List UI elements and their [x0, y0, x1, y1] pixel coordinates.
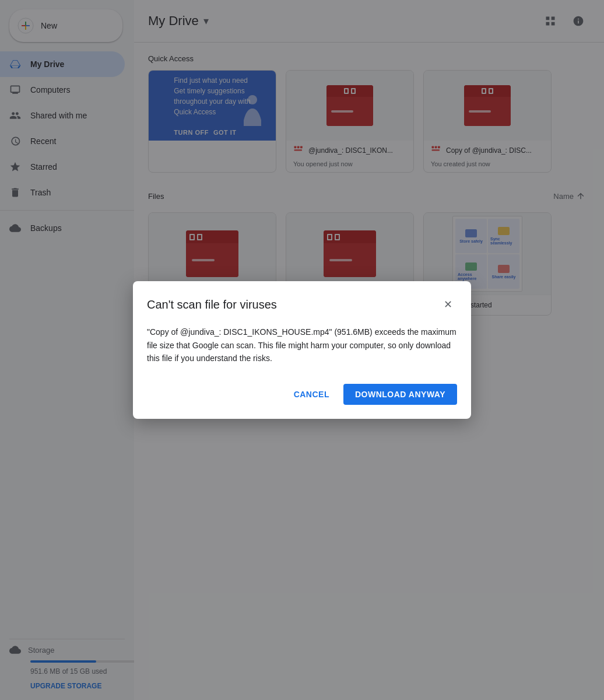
dialog-close-button[interactable]: ✕ — [438, 295, 457, 314]
cancel-button[interactable]: CANCEL — [285, 384, 339, 405]
dialog-title: Can't scan file for viruses — [147, 298, 277, 312]
dialog-actions: CANCEL DOWNLOAD ANYWAY — [147, 384, 457, 405]
virus-scan-dialog: Can't scan file for viruses ✕ "Copy of @… — [133, 281, 471, 418]
dialog-body: "Copy of @jundiva_: DISC1_IKONS_HOUSE.mp… — [147, 326, 457, 365]
dialog-header: Can't scan file for viruses ✕ — [147, 295, 457, 314]
modal-overlay: Can't scan file for viruses ✕ "Copy of @… — [0, 0, 604, 700]
download-anyway-button[interactable]: DOWNLOAD ANYWAY — [343, 384, 457, 405]
